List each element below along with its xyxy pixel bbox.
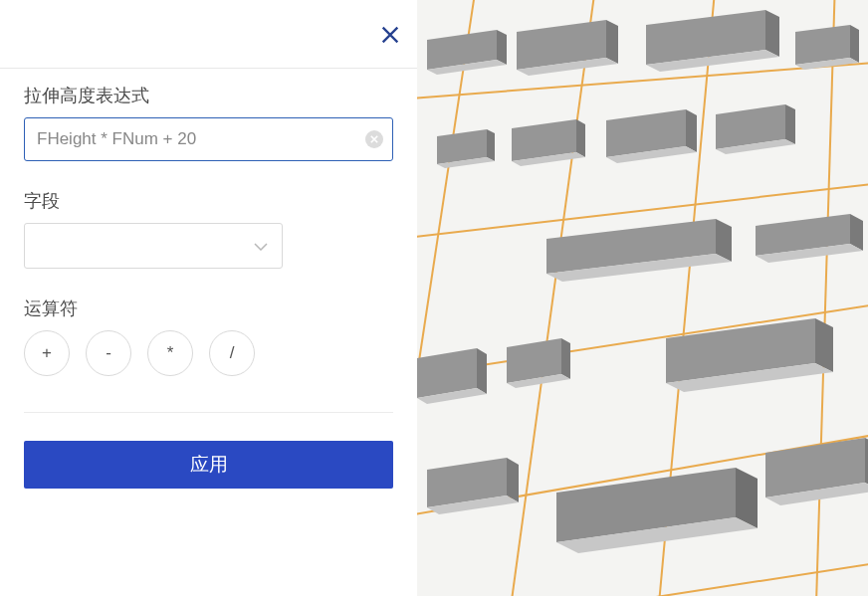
svg-marker-20 [686, 109, 697, 152]
settings-panel: 拉伸高度表达式 字段 运算符 + - * / 应用 [0, 0, 417, 596]
operators-label: 运算符 [24, 297, 393, 320]
operator-divide-button[interactable]: / [209, 330, 255, 376]
svg-marker-47 [507, 458, 519, 502]
close-icon [379, 24, 401, 46]
svg-marker-14 [487, 129, 495, 161]
svg-marker-38 [815, 318, 833, 372]
svg-marker-5 [606, 20, 618, 64]
svg-marker-11 [850, 25, 859, 63]
apply-button[interactable]: 应用 [24, 441, 393, 489]
svg-marker-23 [785, 104, 795, 144]
operators-row: + - * / [24, 330, 393, 376]
field-select-wrap [24, 223, 393, 269]
svg-marker-35 [561, 338, 570, 379]
field-label: 字段 [24, 189, 393, 213]
clear-input-button[interactable] [365, 130, 383, 148]
map-canvas [417, 0, 868, 596]
operator-plus-button[interactable]: + [24, 330, 70, 376]
map-3d-view[interactable] [417, 0, 868, 596]
operator-minus-button[interactable]: - [86, 330, 131, 376]
svg-marker-10 [795, 25, 850, 65]
svg-marker-32 [477, 348, 487, 394]
expression-label: 拉伸高度表达式 [24, 84, 393, 107]
operator-multiply-button[interactable]: * [147, 330, 193, 376]
panel-content: 拉伸高度表达式 字段 运算符 + - * / 应用 [0, 0, 417, 489]
svg-marker-2 [497, 30, 507, 65]
svg-marker-8 [765, 10, 779, 57]
section-divider [24, 412, 393, 413]
header-divider [0, 68, 417, 69]
expression-input[interactable] [24, 117, 393, 161]
field-select[interactable] [24, 223, 283, 269]
chevron-down-icon [254, 237, 268, 255]
close-button[interactable] [379, 24, 401, 52]
svg-marker-17 [576, 119, 585, 157]
expression-input-wrap [24, 117, 393, 161]
x-icon [370, 135, 378, 143]
